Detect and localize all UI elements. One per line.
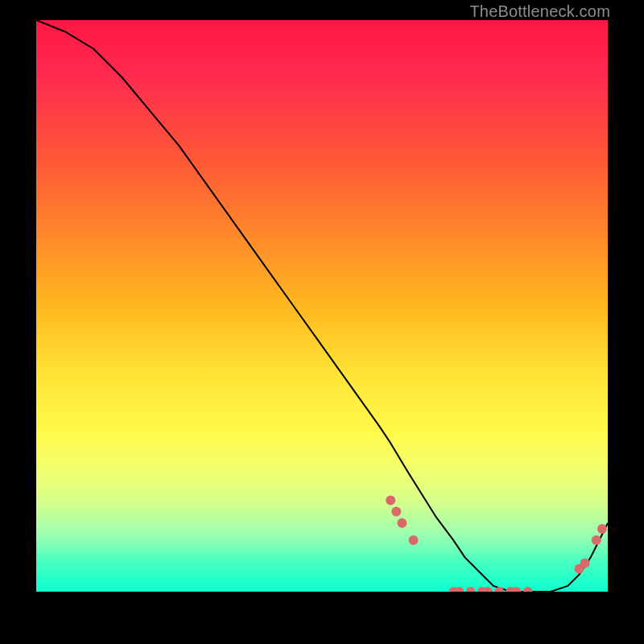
data-marker [397,518,407,528]
chart-frame: TheBottleneck.com [0,0,644,644]
chart-plot-area [36,20,608,592]
data-marker [466,587,476,592]
data-marker [580,559,590,568]
data-marker [391,507,401,517]
data-marker [592,535,601,545]
data-marker [409,535,419,545]
chart-svg [36,20,608,592]
data-marker [597,524,607,534]
bottleneck-curve-line [36,20,608,592]
watermark-text: TheBottleneck.com [469,2,610,21]
data-marker [386,495,395,505]
data-marker [523,587,533,592]
